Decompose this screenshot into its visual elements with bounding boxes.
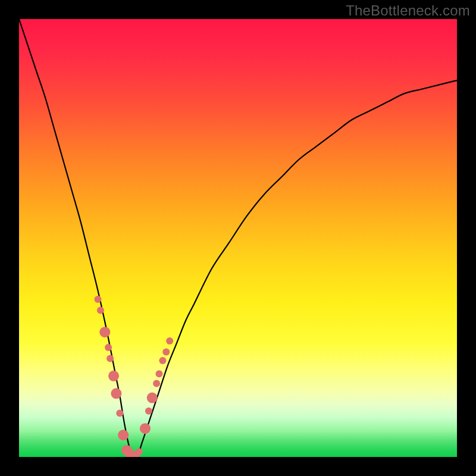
watermark-text: TheBottleneck.com xyxy=(346,2,470,19)
highlight-dot xyxy=(105,344,112,351)
highlight-dot xyxy=(97,306,104,314)
highlight-dot xyxy=(140,423,151,434)
chart-frame: TheBottleneck.com xyxy=(0,0,476,476)
highlight-dot xyxy=(166,337,173,345)
bottleneck-curve xyxy=(19,19,457,457)
highlight-dot xyxy=(116,409,123,416)
highlight-dot xyxy=(118,430,129,440)
highlight-dot xyxy=(99,327,110,337)
highlight-dot xyxy=(145,408,152,415)
plot-area xyxy=(19,19,457,457)
highlight-dot xyxy=(153,380,160,387)
highlight-dot xyxy=(95,296,102,303)
highlight-dot xyxy=(108,371,119,381)
highlight-dot xyxy=(159,357,166,364)
highlight-dot xyxy=(156,370,163,377)
highlight-dot xyxy=(111,388,121,399)
highlight-dot xyxy=(107,355,114,362)
highlight-dot xyxy=(136,448,143,455)
highlight-dot xyxy=(147,393,158,403)
highlight-dots-group xyxy=(95,296,174,457)
highlight-dot xyxy=(162,348,170,355)
bottleneck-chart-svg xyxy=(19,19,457,457)
